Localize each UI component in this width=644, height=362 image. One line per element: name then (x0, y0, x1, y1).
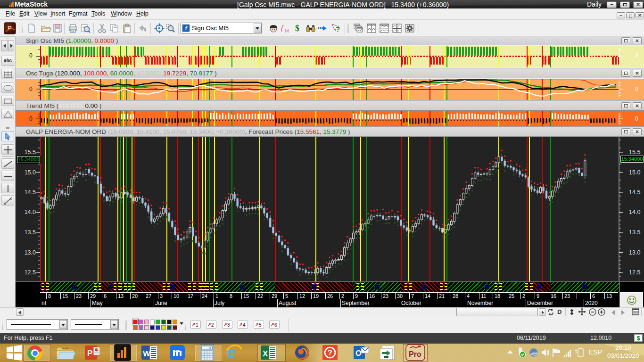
svg-text:14.0: 14.0 (629, 209, 640, 215)
svg-text:1: 1 (196, 322, 198, 328)
svg-text:0: 0 (29, 86, 33, 92)
svg-text:0: 0 (209, 346, 211, 350)
svg-text:0: 0 (29, 115, 33, 122)
svg-text:(x): (x) (285, 28, 289, 33)
svg-text:?: ? (336, 25, 340, 33)
svg-text:6: 6 (274, 322, 277, 328)
svg-text:O: O (355, 349, 361, 357)
svg-text:15.5: 15.5 (629, 149, 640, 156)
svg-text:S: S (4, 202, 6, 206)
svg-text:14.0: 14.0 (25, 209, 36, 215)
svg-text:15.0: 15.0 (629, 169, 640, 176)
svg-text:L: L (10, 197, 12, 200)
svg-text:14.5: 14.5 (629, 189, 640, 196)
svg-text:5: 5 (259, 322, 262, 328)
svg-text:4: 4 (243, 322, 246, 328)
svg-text:?: ? (328, 349, 332, 357)
svg-text:3: 3 (227, 322, 230, 328)
svg-text:f: f (281, 24, 284, 32)
svg-text:0: 0 (635, 86, 638, 92)
svg-text:W: W (143, 349, 151, 358)
svg-text:X: X (263, 349, 268, 358)
svg-text:13.5: 13.5 (25, 229, 36, 236)
svg-text:13.5: 13.5 (629, 229, 640, 236)
svg-text:15.0: 15.0 (25, 169, 36, 176)
svg-text:Pro: Pro (409, 350, 421, 358)
svg-text:15.5: 15.5 (25, 149, 36, 156)
svg-text:$: $ (295, 24, 299, 33)
svg-text:12.5: 12.5 (25, 269, 36, 276)
svg-text:P: P (87, 349, 92, 358)
svg-text:14.5: 14.5 (25, 189, 36, 196)
svg-text:12.5: 12.5 (629, 269, 640, 276)
svg-text:0: 0 (635, 115, 638, 122)
svg-text:2: 2 (211, 322, 214, 328)
svg-text:13.0: 13.0 (25, 249, 36, 256)
svg-text:13.0: 13.0 (629, 249, 640, 256)
